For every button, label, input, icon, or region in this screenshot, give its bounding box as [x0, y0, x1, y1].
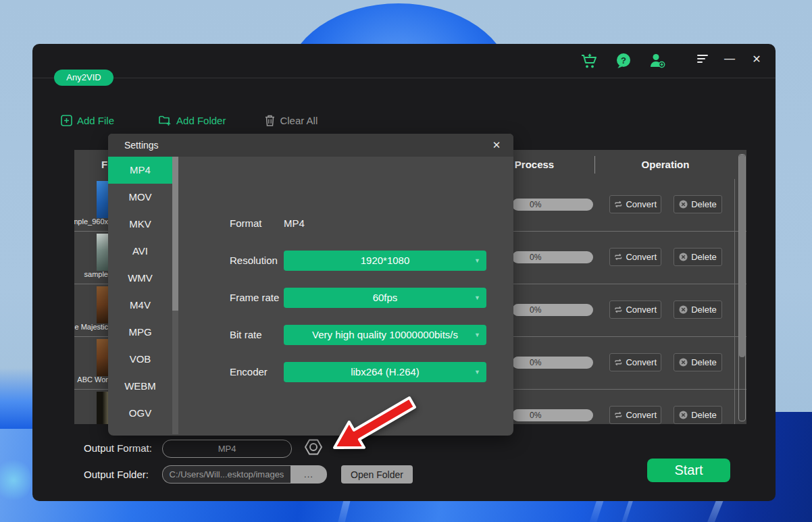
- add-folder-button[interactable]: Add Folder: [159, 115, 226, 126]
- progress-value: 0%: [512, 357, 593, 369]
- delete-circle-x-icon: [679, 411, 688, 419]
- delete-circle-x-icon: [679, 200, 688, 209]
- convert-button[interactable]: Convert: [609, 353, 661, 371]
- format-tab-wmv[interactable]: WMV: [108, 265, 172, 292]
- convert-button[interactable]: Convert: [609, 301, 661, 319]
- resolution-value: 1920*1080: [284, 251, 486, 271]
- delete-button[interactable]: Delete: [674, 406, 722, 424]
- window-controls: — ✕: [694, 51, 765, 67]
- bitrate-dropdown[interactable]: Very high quality 10000000bits/s ▼: [284, 325, 486, 345]
- format-tab-mov[interactable]: MOV: [108, 184, 172, 211]
- encoder-label: Encoder: [230, 362, 268, 382]
- table-scrollbar[interactable]: [738, 154, 746, 421]
- table-right-border: [734, 179, 735, 424]
- folder-plus-icon: [159, 115, 172, 126]
- progress-bar: 0%: [512, 199, 593, 211]
- scrollbar-thumb[interactable]: [172, 157, 178, 311]
- format-tab-avi[interactable]: AVI: [108, 238, 172, 265]
- bitrate-value: Very high quality 10000000bits/s: [284, 325, 486, 345]
- bitrate-label: Bit rate: [230, 325, 262, 345]
- format-tab-m4v[interactable]: M4V: [108, 292, 172, 319]
- convert-label: Convert: [626, 199, 657, 209]
- help-button[interactable]: ?: [615, 52, 632, 70]
- progress-bar: 0%: [512, 409, 593, 421]
- resolution-dropdown[interactable]: 1920*1080 ▼: [284, 251, 486, 271]
- encoder-dropdown[interactable]: libx264 (H.264) ▼: [284, 362, 486, 382]
- file-name: sample: [74, 270, 108, 278]
- menu-button[interactable]: [694, 51, 711, 67]
- convert-button[interactable]: Convert: [609, 195, 661, 213]
- format-value: MP4: [284, 213, 305, 234]
- delete-button[interactable]: Delete: [674, 195, 722, 213]
- output-folder-field[interactable]: C:/Users/Will...esktop/images: [162, 465, 290, 484]
- app-logo: Any2VID: [54, 70, 113, 86]
- chevron-down-icon: ▼: [474, 362, 480, 382]
- delete-button[interactable]: Delete: [674, 353, 722, 371]
- resolution-label: Resolution: [230, 251, 278, 271]
- convert-loop-icon: [614, 201, 622, 208]
- delete-circle-x-icon: [679, 358, 688, 367]
- convert-loop-icon: [614, 253, 622, 261]
- add-file-button[interactable]: Add File: [61, 115, 114, 126]
- format-tab-mkv[interactable]: MKV: [108, 211, 172, 238]
- gear-icon: [303, 436, 324, 458]
- convert-loop-icon: [614, 359, 622, 366]
- convert-button[interactable]: Convert: [609, 248, 661, 266]
- file-name: The Majestic: [74, 323, 108, 331]
- convert-label: Convert: [626, 357, 657, 367]
- format-tab-webm[interactable]: WEBM: [108, 373, 172, 400]
- convert-label: Convert: [626, 305, 657, 315]
- format-tab-ogv[interactable]: OGV: [108, 400, 172, 427]
- toolbar: Add File Add Folder Clear All: [61, 111, 318, 129]
- file-plus-icon: [61, 115, 72, 126]
- column-divider: [594, 156, 595, 174]
- chevron-down-icon: ▼: [474, 288, 480, 308]
- titlebar-icons: ?: [581, 52, 666, 70]
- progress-value: 0%: [512, 251, 593, 263]
- minimize-button[interactable]: —: [721, 51, 738, 67]
- close-button[interactable]: ✕: [748, 51, 765, 67]
- format-sidebar: MP4 MOV MKV AVI WMV M4V MPG VOB WEBM OGV: [108, 157, 172, 427]
- delete-label: Delete: [691, 357, 717, 367]
- output-format-field[interactable]: MP4: [162, 440, 292, 458]
- framerate-dropdown[interactable]: 60fps ▼: [284, 288, 486, 308]
- convert-label: Convert: [626, 410, 657, 420]
- gear-button[interactable]: [303, 436, 324, 458]
- red-arrow-icon: [324, 390, 432, 458]
- delete-circle-x-icon: [679, 253, 688, 261]
- format-tab-vob[interactable]: VOB: [108, 346, 172, 373]
- clear-all-button[interactable]: Clear All: [265, 115, 318, 126]
- cart-button[interactable]: [581, 52, 599, 70]
- format-label: Format: [230, 213, 262, 234]
- framerate-value: 60fps: [284, 288, 486, 308]
- help-icon: ?: [615, 53, 632, 69]
- dialog-close-button[interactable]: ✕: [489, 134, 504, 157]
- delete-label: Delete: [691, 410, 717, 420]
- delete-circle-x-icon: [679, 305, 688, 314]
- titlebar-divider: [32, 78, 776, 78]
- convert-loop-icon: [614, 411, 622, 419]
- add-user-icon: [649, 53, 665, 69]
- format-tab-mp4[interactable]: MP4: [108, 157, 172, 184]
- start-button[interactable]: Start: [647, 459, 730, 482]
- svg-text:?: ?: [621, 55, 626, 66]
- browse-folder-button[interactable]: ...: [290, 465, 327, 484]
- output-format-label: Output Format:: [84, 440, 152, 456]
- clear-all-label: Clear All: [280, 115, 318, 126]
- open-folder-button[interactable]: Open Folder: [341, 465, 413, 484]
- delete-label: Delete: [691, 305, 717, 315]
- progress-value: 0%: [512, 199, 593, 211]
- dialog-title: Settings: [124, 134, 159, 157]
- progress-bar: 0%: [512, 357, 593, 369]
- delete-button[interactable]: Delete: [674, 248, 722, 266]
- scrollbar-thumb[interactable]: [739, 155, 745, 357]
- column-header-operation: Operation: [615, 150, 716, 179]
- delete-button[interactable]: Delete: [674, 301, 722, 319]
- menu-icon: [697, 55, 709, 63]
- account-button[interactable]: [649, 52, 666, 70]
- format-tab-mpg[interactable]: MPG: [108, 319, 172, 346]
- framerate-label: Frame rate: [230, 288, 279, 308]
- convert-button[interactable]: Convert: [609, 406, 661, 424]
- sidebar-scrollbar[interactable]: [172, 157, 178, 434]
- add-file-label: Add File: [77, 115, 114, 126]
